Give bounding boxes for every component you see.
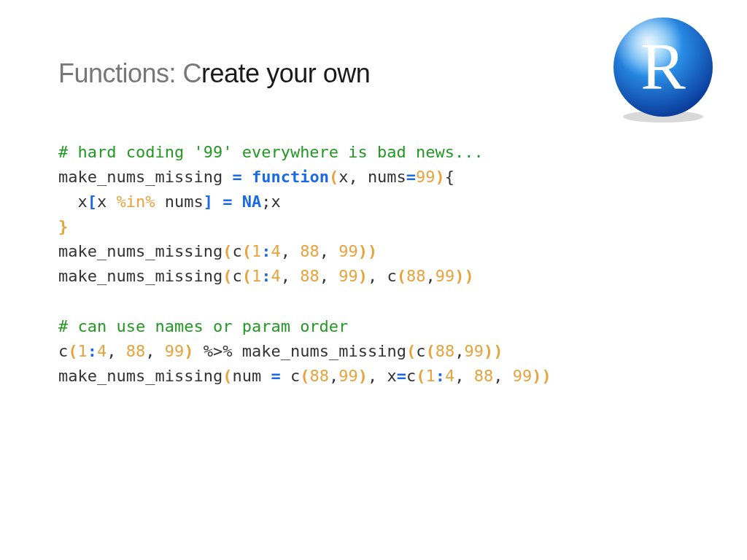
code-paren: ) — [358, 267, 368, 285]
code-number: 99 — [338, 267, 358, 285]
code-paren: ( — [242, 242, 252, 260]
code-text: c — [290, 367, 300, 385]
code-op: : — [88, 342, 97, 360]
code-assign-op: = — [222, 168, 252, 186]
code-text: c — [406, 367, 416, 385]
code-paren: ( — [300, 367, 309, 385]
code-number: 99 — [165, 342, 185, 360]
code-text — [213, 192, 222, 211]
code-op: : — [261, 267, 271, 285]
code-comment: # hard coding '99' everywhere is bad new… — [58, 143, 484, 161]
code-text: c — [387, 267, 396, 285]
code-paren: ( — [425, 342, 435, 360]
code-number: 88 — [300, 267, 320, 285]
code-paren: ) — [454, 267, 464, 285]
code-text: nums — [155, 192, 203, 211]
code-number: 99 — [464, 342, 484, 360]
code-number: 88 — [309, 367, 329, 385]
code-text: , — [320, 242, 339, 260]
code-text: x — [97, 192, 117, 211]
code-na: NA — [242, 192, 262, 211]
code-number: 1 — [252, 242, 261, 260]
code-bracket: [ — [88, 192, 97, 211]
code-paren: ) — [184, 342, 193, 360]
code-comment: # can use names or param order — [58, 317, 348, 335]
code-paren: ( — [397, 267, 406, 285]
code-paren: ) — [436, 168, 445, 186]
r-logo-letter: R — [640, 29, 686, 104]
code-text: , — [145, 342, 165, 360]
code-text: , — [329, 367, 338, 385]
code-text: , — [107, 342, 126, 360]
code-text: , — [281, 267, 301, 285]
code-text: c — [232, 242, 241, 260]
code-text — [281, 367, 290, 385]
code-paren: ) — [484, 342, 493, 360]
code-text: , — [281, 242, 301, 260]
code-paren: ) — [532, 367, 541, 385]
code-number: 1 — [252, 267, 261, 285]
r-logo-icon: R — [608, 15, 718, 124]
code-paren: ) — [358, 367, 368, 385]
code-text: c — [232, 267, 241, 285]
code-text: , — [454, 367, 474, 385]
code-paren: ( — [222, 267, 232, 285]
code-paren: ) — [368, 242, 377, 260]
code-text: c — [58, 342, 68, 360]
code-number: 99 — [513, 367, 533, 385]
code-block: # hard coding '99' everywhere is bad new… — [58, 140, 689, 389]
title-prefix: Functions: C — [58, 58, 201, 88]
code-number: 1 — [425, 367, 435, 385]
code-number: 88 — [126, 342, 146, 360]
code-text: make_nums_missing — [58, 267, 222, 285]
code-text: , — [493, 367, 513, 385]
code-number: 88 — [436, 342, 455, 360]
code-brace: } — [58, 217, 68, 236]
code-text: %>% — [194, 342, 242, 360]
code-keyword: function — [252, 168, 329, 186]
code-assign-op: = — [397, 367, 406, 385]
code-number: 99 — [338, 242, 358, 260]
code-text: make_nums_missing — [58, 242, 222, 260]
code-paren: ( — [222, 242, 232, 260]
code-paren: ( — [406, 342, 416, 360]
code-text: make_nums_missing — [58, 168, 222, 186]
slide-container: R Functions: Create your own # hard codi… — [0, 0, 747, 560]
code-paren: ( — [222, 367, 232, 385]
code-text — [232, 192, 241, 211]
code-number: 99 — [416, 168, 436, 186]
code-text: , x — [368, 367, 397, 385]
code-text: x, nums — [338, 168, 406, 186]
code-text: { — [445, 168, 454, 186]
code-text: , — [368, 267, 387, 285]
code-text: x — [58, 192, 88, 211]
code-number: 4 — [271, 242, 280, 260]
code-number: 4 — [271, 267, 280, 285]
code-bracket: ] — [204, 192, 213, 211]
code-number: 1 — [78, 342, 88, 360]
code-number: 88 — [300, 242, 320, 260]
code-paren: ( — [68, 342, 77, 360]
code-assign-op: = — [271, 367, 280, 385]
code-text: num — [232, 367, 271, 385]
code-paren: ( — [416, 367, 425, 385]
code-op: : — [436, 367, 445, 385]
code-text: , — [425, 267, 435, 285]
code-number: 99 — [436, 267, 455, 285]
code-text: ;x — [261, 192, 281, 211]
code-infix-op: %in% — [117, 192, 155, 211]
code-paren: ) — [493, 342, 503, 360]
slide-title: Functions: Create your own — [58, 58, 689, 89]
code-text: , — [454, 342, 464, 360]
code-text: make_nums_missing — [242, 342, 406, 360]
code-number: 88 — [474, 367, 494, 385]
code-paren: ) — [464, 267, 473, 285]
code-paren: ) — [358, 242, 368, 260]
code-text: make_nums_missing — [58, 367, 222, 385]
code-number: 88 — [406, 267, 426, 285]
code-paren: ( — [242, 267, 252, 285]
code-number: 4 — [97, 342, 107, 360]
code-paren: ) — [541, 367, 551, 385]
code-number: 4 — [445, 367, 454, 385]
code-assign-op: = — [222, 192, 232, 211]
